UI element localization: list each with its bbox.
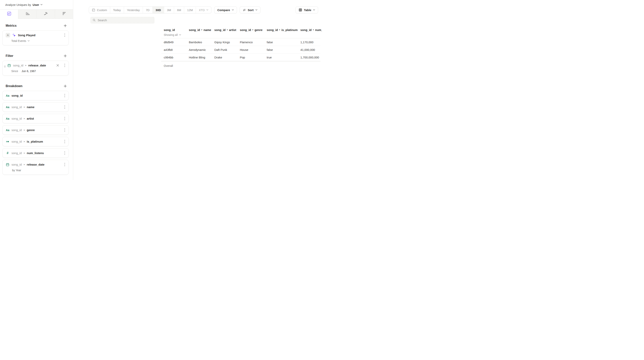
breakdown-card[interactable]: # song_id num_listens xyxy=(2,148,69,158)
results-table: song_id Showing all song_idname song_ida… xyxy=(161,25,320,70)
date-range-7d[interactable]: 7D xyxy=(143,7,152,13)
breakdown-parent-label: song_id xyxy=(12,163,22,166)
date-range-yesterday[interactable]: Yesterday xyxy=(124,7,143,13)
breadcrumb-arrow-icon xyxy=(24,106,25,108)
breakdown-card[interactable]: song_id release_date by Year xyxy=(2,160,69,175)
column-parent: song_id xyxy=(240,28,251,32)
add-metric-button[interactable] xyxy=(64,24,67,27)
filter-value[interactable]: Jun 6, 1987 xyxy=(22,70,36,73)
breakdown-modifier[interactable]: by Year xyxy=(12,169,66,172)
report-toolbar: Custom Today Yesterday 7D 30D 3M 6M 12M … xyxy=(89,7,318,14)
kebab-menu-icon[interactable] xyxy=(64,162,66,167)
chevron-down-icon xyxy=(28,40,30,42)
date-range-xtd[interactable]: XTD xyxy=(196,7,211,13)
kebab-menu-icon[interactable] xyxy=(64,33,66,38)
date-range-3m[interactable]: 3M xyxy=(164,7,174,13)
breakdown-property-label[interactable]: artist xyxy=(27,117,34,120)
column-header-num-listens[interactable]: song_idnum_listens xyxy=(300,25,322,38)
kebab-menu-icon[interactable] xyxy=(64,63,66,68)
breakdown-card[interactable]: Aa song_id xyxy=(2,91,69,100)
filter-property-label[interactable]: release_date xyxy=(28,64,46,67)
series-badge: A xyxy=(6,33,10,38)
filter-operator[interactable]: Since xyxy=(11,70,18,73)
breakdown-property-label[interactable]: name xyxy=(27,105,34,109)
column-header-artist[interactable]: song_idartist xyxy=(214,25,240,38)
metric-card[interactable]: A Song Played Total Events xyxy=(2,30,69,45)
table-row[interactable]: a43fb8 Aerodynamic Daft Punk House false… xyxy=(161,46,320,54)
date-range-6m[interactable]: 6M xyxy=(174,7,184,13)
column-header-genre[interactable]: song_idgenre xyxy=(240,25,267,38)
breakdown-parent-label: song_id xyxy=(12,117,22,120)
compare-button[interactable]: Compare xyxy=(214,7,237,14)
showing-all-label: Showing all xyxy=(164,33,178,37)
showing-all-selector[interactable]: Showing all xyxy=(164,33,189,37)
date-range-label: Yesterday xyxy=(127,8,140,12)
cell-is-platinum: false xyxy=(267,41,300,44)
breakdown-property-label[interactable]: is_platinum xyxy=(27,140,43,143)
kebab-menu-icon[interactable] xyxy=(64,116,66,121)
column-label: song_id xyxy=(164,28,175,32)
date-range-custom[interactable]: Custom xyxy=(89,7,110,13)
add-breakdown-button[interactable] xyxy=(64,85,67,88)
date-range-today[interactable]: Today xyxy=(110,7,124,13)
cell-genre: House xyxy=(240,48,267,52)
cell-is-platinum: true xyxy=(267,56,300,59)
drag-handle-icon[interactable] xyxy=(4,65,6,68)
tab-scatter-chart[interactable] xyxy=(55,10,73,19)
tab-flow-chart[interactable] xyxy=(36,10,55,19)
date-range-12m[interactable]: 12M xyxy=(184,7,196,13)
view-type-button[interactable]: Table xyxy=(296,7,318,14)
sort-label: Sort xyxy=(248,8,254,12)
search-input[interactable] xyxy=(98,19,152,22)
add-filter-button[interactable] xyxy=(64,54,67,58)
chevron-down-icon xyxy=(206,9,208,11)
filter-card[interactable]: song_id release_date Since Jun 6, 1987 xyxy=(2,61,69,76)
breakdown-property-label[interactable]: release_date xyxy=(27,163,44,166)
breakdown-card[interactable]: song_id is_platinum xyxy=(2,137,69,146)
cell-num-listens: 41,000,000 xyxy=(300,48,322,52)
date-range-label: Custom xyxy=(97,8,107,12)
kebab-menu-icon[interactable] xyxy=(64,93,66,98)
cell-artist: Gipsy Kings xyxy=(214,41,240,44)
tab-line-chart[interactable] xyxy=(0,10,18,19)
kebab-menu-icon[interactable] xyxy=(64,128,66,133)
breakdown-property-label[interactable]: genre xyxy=(27,128,35,132)
date-range-30d[interactable]: 30D xyxy=(152,7,164,13)
column-header-name[interactable]: song_idname xyxy=(189,25,214,38)
breakdown-card[interactable]: Aa song_id artist xyxy=(2,114,69,123)
analyze-entity-selector[interactable]: User xyxy=(33,3,42,7)
date-range-label: 12M xyxy=(187,8,193,12)
analyze-prefix-label: Analyze Uniques by xyxy=(5,3,31,7)
aggregation-selector[interactable]: Total Events xyxy=(11,39,66,43)
breakdown-parent-label: song_id xyxy=(12,105,22,109)
cell-song-id: a43fb8 xyxy=(161,48,189,52)
insights-report: Analyze Uniques by User xyxy=(0,0,322,180)
column-header-is-platinum[interactable]: song_idis_platinum xyxy=(267,25,300,38)
cell-is-platinum: false xyxy=(267,48,300,52)
query-builder-sidebar: Analyze Uniques by User xyxy=(0,0,73,180)
analyze-entity-value: User xyxy=(33,3,39,7)
kebab-menu-icon[interactable] xyxy=(64,139,66,144)
kebab-menu-icon[interactable] xyxy=(64,105,66,110)
breakdown-property-label[interactable]: song_id xyxy=(12,94,23,97)
metric-event-name[interactable]: Song Played xyxy=(18,34,36,37)
breadcrumb-arrow-icon xyxy=(25,65,26,66)
table-search[interactable] xyxy=(90,17,154,24)
column-header-song-id[interactable]: song_id Showing all xyxy=(161,25,189,38)
chevron-down-icon xyxy=(179,34,181,36)
aggregation-value: Total Events xyxy=(11,39,26,43)
tab-bar-chart[interactable] xyxy=(18,10,36,19)
breakdown-card[interactable]: Aa song_id name xyxy=(2,102,69,112)
cell-song-id: c994bb xyxy=(161,56,189,59)
table-row[interactable]: d8d949 Bamboleo Gipsy Kings Flamenco fal… xyxy=(161,38,320,46)
table-row[interactable]: c994bb Hotline Bling Drake Pop true 1,70… xyxy=(161,54,320,61)
kebab-menu-icon[interactable] xyxy=(64,151,66,155)
scatter-chart-icon xyxy=(62,12,66,17)
breakdown-card[interactable]: Aa song_id genre xyxy=(2,125,69,135)
date-range-label: XTD xyxy=(199,8,204,12)
date-range-label: 6M xyxy=(177,8,181,12)
chevron-down-icon xyxy=(232,9,234,11)
breakdown-property-label[interactable]: num_listens xyxy=(27,151,44,155)
sort-button[interactable]: Sort xyxy=(240,7,260,14)
close-icon[interactable] xyxy=(56,64,60,67)
